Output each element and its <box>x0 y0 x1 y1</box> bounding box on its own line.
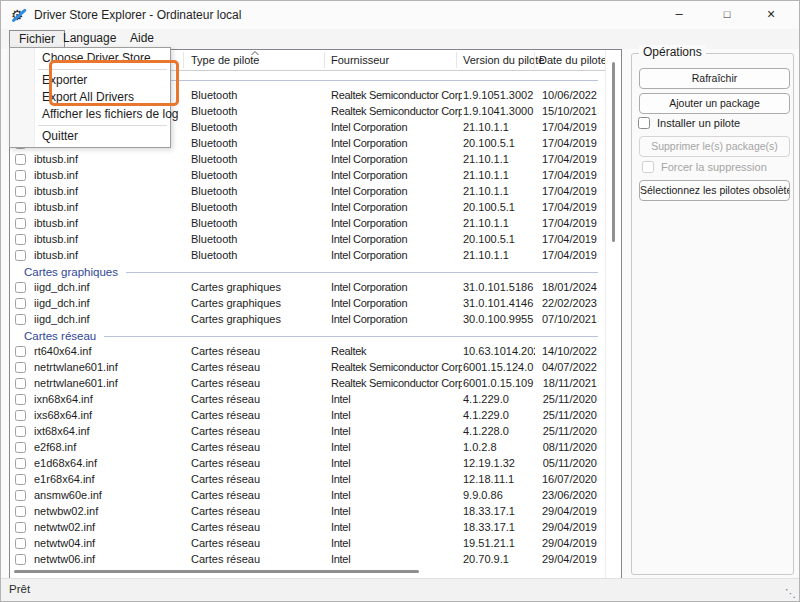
force-deletion-label: Forcer la suppression <box>661 161 767 173</box>
version-cell: 12.18.11.1 <box>463 473 535 485</box>
menu-item-afficher-les-fichiers-de-log[interactable]: Afficher les fichiers de log <box>10 106 170 123</box>
table-row[interactable]: ixt68x64.infCartes réseauIntel4.1.228.02… <box>10 424 606 440</box>
date-cell: 14/10/2022 <box>542 345 597 357</box>
vertical-scrollbar-thumb[interactable] <box>612 62 615 242</box>
row-checkbox[interactable] <box>15 298 26 309</box>
date-cell: 22/02/2023 <box>542 297 597 309</box>
row-checkbox[interactable] <box>15 554 26 565</box>
column-header-version[interactable]: Version du pilote <box>463 54 544 66</box>
row-checkbox[interactable] <box>15 378 26 389</box>
menu-item-exporter[interactable]: Exporter <box>10 72 170 89</box>
row-checkbox[interactable] <box>15 394 26 405</box>
maximize-button[interactable]: □ <box>707 1 747 29</box>
table-row[interactable]: e1d68x64.infCartes réseauIntel12.19.1.32… <box>10 456 606 472</box>
minimize-button[interactable]: – <box>659 1 699 29</box>
table-row[interactable]: ibtusb.infBluetoothIntel Corporation21.1… <box>10 168 606 184</box>
inf-cell: ibtusb.inf <box>34 153 181 165</box>
vendor-cell: Intel Corporation <box>331 137 462 149</box>
row-checkbox[interactable] <box>15 474 26 485</box>
select-old-drivers-button[interactable]: Sélectionnez les pilotes obsolètes <box>639 180 790 201</box>
row-checkbox[interactable] <box>15 490 26 501</box>
resize-grip-icon[interactable]: ⋱ <box>785 587 796 600</box>
table-row[interactable]: ixs68x64.infCartes réseauIntel4.1.229.02… <box>10 408 606 424</box>
install-driver-checkbox[interactable]: Installer un pilote <box>638 117 740 129</box>
table-row[interactable]: ansmw60e.infCartes réseauIntel9.9.0.8623… <box>10 488 606 504</box>
menu-item-export-all-drivers[interactable]: Export All Drivers <box>10 89 170 106</box>
add-package-button[interactable]: Ajouter un package <box>639 93 790 114</box>
table-row[interactable]: ibtusb.infBluetoothIntel Corporation21.1… <box>10 216 606 232</box>
menu-item-quitter[interactable]: Quitter <box>10 128 170 145</box>
table-row[interactable]: netwtw06.infCartes réseauIntel20.70.9.12… <box>10 552 606 568</box>
table-row[interactable]: netrtwlane601.infCartes réseauRealtek Se… <box>10 360 606 376</box>
date-cell: 29/04/2019 <box>542 553 597 565</box>
vertical-scrollbar[interactable] <box>605 50 621 580</box>
type-cell: Bluetooth <box>191 121 326 133</box>
table-row[interactable]: iigd_dch.infCartes graphiquesIntel Corpo… <box>10 296 606 312</box>
type-cell: Cartes réseau <box>191 553 326 565</box>
vendor-cell: Realtek Semiconductor Corp. <box>331 105 462 117</box>
force-deletion-checkbox[interactable]: Forcer la suppression <box>642 161 767 173</box>
table-row[interactable]: e1r68x64.infCartes réseauIntel12.18.11.1… <box>10 472 606 488</box>
row-checkbox[interactable] <box>15 282 26 293</box>
row-checkbox[interactable] <box>15 250 26 261</box>
table-row[interactable]: ibtusb.infBluetoothIntel Corporation20.1… <box>10 232 606 248</box>
row-checkbox[interactable] <box>15 346 26 357</box>
table-row[interactable]: ibtusb.infBluetoothIntel Corporation21.1… <box>10 184 606 200</box>
version-cell: 21.10.1.1 <box>463 217 535 229</box>
row-checkbox[interactable] <box>15 410 26 421</box>
version-cell: 20.100.5.1 <box>463 233 535 245</box>
table-row[interactable]: netwtw02.infCartes réseauIntel18.33.17.1… <box>10 520 606 536</box>
version-cell: 21.10.1.1 <box>463 153 535 165</box>
inf-cell: netrtwlane601.inf <box>34 361 181 373</box>
status-text: Prêt <box>9 583 30 595</box>
row-checkbox[interactable] <box>15 202 26 213</box>
delete-package-button[interactable]: Supprimer le(s) package(s) <box>639 136 790 157</box>
row-checkbox[interactable] <box>15 314 26 325</box>
vendor-cell: Intel Corporation <box>331 169 462 181</box>
menu-language[interactable]: Language <box>54 30 125 47</box>
type-cell: Bluetooth <box>191 89 326 101</box>
row-checkbox[interactable] <box>15 362 26 373</box>
table-row[interactable]: ibtusb.infBluetoothIntel Corporation20.1… <box>10 200 606 216</box>
table-row[interactable]: e2f68.infCartes réseauIntel1.0.2.808/11/… <box>10 440 606 456</box>
date-cell: 17/04/2019 <box>542 121 597 133</box>
vendor-cell: Intel <box>331 441 462 453</box>
table-row[interactable]: netwbw02.infCartes réseauIntel18.33.17.1… <box>10 504 606 520</box>
row-checkbox[interactable] <box>15 234 26 245</box>
table-row[interactable]: ixn68x64.infCartes réseauIntel4.1.229.02… <box>10 392 606 408</box>
row-checkbox[interactable] <box>15 458 26 469</box>
type-cell: Cartes réseau <box>191 361 326 373</box>
close-button[interactable]: × <box>751 1 791 29</box>
type-cell: Cartes réseau <box>191 457 326 469</box>
table-row[interactable]: netwtw04.infCartes réseauIntel19.51.21.1… <box>10 536 606 552</box>
vendor-cell: Intel Corporation <box>331 201 462 213</box>
version-cell: 1.0.2.8 <box>463 441 535 453</box>
vendor-cell: Realtek Semiconductor Corp. <box>331 377 462 389</box>
menu-aide[interactable]: Aide <box>121 30 163 47</box>
row-checkbox[interactable] <box>15 170 26 181</box>
column-header-vendor[interactable]: Fournisseur <box>331 54 389 66</box>
horizontal-scrollbar-thumb[interactable] <box>14 570 419 573</box>
vendor-cell: Intel Corporation <box>331 297 462 309</box>
inf-cell: netrtwlane601.inf <box>34 377 181 389</box>
table-row[interactable]: iigd_dch.infCartes graphiquesIntel Corpo… <box>10 280 606 296</box>
row-checkbox[interactable] <box>15 442 26 453</box>
table-row[interactable]: rt640x64.infCartes réseauRealtek10.63.10… <box>10 344 606 360</box>
table-row[interactable]: iigd_dch.infCartes graphiquesIntel Corpo… <box>10 312 606 328</box>
table-row[interactable]: ibtusb.infBluetoothIntel Corporation21.1… <box>10 248 606 264</box>
menu-item-choose-driver-store[interactable]: Choose Driver Store <box>10 50 170 67</box>
version-cell: 1.9.1051.3002 <box>463 89 535 101</box>
row-checkbox[interactable] <box>15 538 26 549</box>
date-cell: 04/07/2022 <box>542 361 597 373</box>
column-header-date[interactable]: Date du pilote <box>539 54 607 66</box>
table-row[interactable]: netrtwlane601.infCartes réseauRealtek Se… <box>10 376 606 392</box>
row-checkbox[interactable] <box>15 218 26 229</box>
table-row[interactable]: ibtusb.infBluetoothIntel Corporation21.1… <box>10 152 606 168</box>
row-checkbox[interactable] <box>15 426 26 437</box>
row-checkbox[interactable] <box>15 186 26 197</box>
row-checkbox[interactable] <box>15 154 26 165</box>
refresh-button[interactable]: Rafraîchir <box>639 68 790 89</box>
row-checkbox[interactable] <box>15 522 26 533</box>
checkbox-icon[interactable] <box>638 117 650 129</box>
row-checkbox[interactable] <box>15 506 26 517</box>
